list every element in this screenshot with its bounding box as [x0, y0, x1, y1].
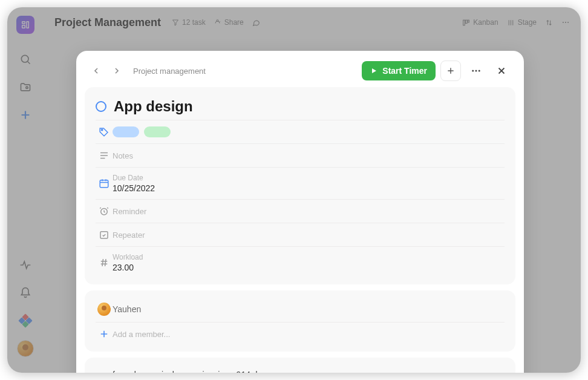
- plus-icon: [446, 66, 456, 76]
- notes-label: Notes: [113, 151, 505, 160]
- task-details-card: App design Notes: [85, 87, 515, 284]
- nav-back-icon[interactable]: [88, 63, 104, 79]
- svg-line-40: [105, 259, 106, 266]
- repeat-icon: [96, 229, 113, 240]
- nav-forward-icon[interactable]: [109, 63, 125, 79]
- calendar-icon: [96, 178, 113, 189]
- breadcrumb[interactable]: Project management: [133, 67, 206, 76]
- hash-icon: [96, 257, 113, 268]
- due-date-value: 10/25/2022: [113, 183, 505, 193]
- task-title[interactable]: App design: [114, 98, 193, 115]
- alarm-icon: [96, 206, 113, 217]
- svg-point-23: [475, 70, 477, 72]
- members-card: Yauhen Add a member...: [85, 290, 515, 352]
- repeater-row[interactable]: Repeater: [96, 223, 505, 246]
- task-modal: Project management Start Timer App desig…: [76, 51, 524, 373]
- close-button[interactable]: [491, 61, 512, 81]
- svg-point-27: [102, 129, 103, 131]
- status-ring-icon[interactable]: [96, 101, 106, 112]
- svg-line-39: [102, 259, 103, 266]
- due-date-row[interactable]: Due Date 10/25/2022: [96, 167, 505, 199]
- repeater-label: Repeater: [113, 231, 505, 240]
- workload-label: Workload: [113, 253, 505, 261]
- svg-rect-31: [100, 180, 108, 188]
- svg-rect-36: [100, 232, 108, 238]
- notes-icon: [96, 150, 113, 161]
- tag-pill[interactable]: [113, 126, 139, 137]
- add-button[interactable]: [440, 61, 461, 81]
- reminder-row[interactable]: Reminder: [96, 199, 505, 223]
- notes-row[interactable]: Notes: [96, 143, 505, 167]
- member-row[interactable]: Yauhen: [96, 296, 505, 322]
- start-timer-button[interactable]: Start Timer: [362, 61, 436, 80]
- tags-row[interactable]: [96, 120, 505, 143]
- play-icon: [370, 67, 377, 74]
- workload-row[interactable]: Workload 23.00: [96, 246, 505, 278]
- tag-pill[interactable]: [144, 126, 171, 137]
- member-name: Yauhen: [113, 304, 505, 314]
- close-icon: [496, 65, 507, 76]
- workload-value: 23.00: [113, 263, 505, 272]
- add-member-placeholder: Add a member...: [113, 330, 505, 339]
- file-row[interactable]: W formularz-wniosku-o-wpisanie-z_914.doc…: [96, 364, 505, 373]
- more-button[interactable]: [466, 61, 486, 81]
- add-member-row[interactable]: Add a member...: [96, 322, 505, 346]
- svg-marker-19: [372, 68, 376, 73]
- files-card: W formularz-wniosku-o-wpisanie-z_914.doc…: [85, 358, 515, 373]
- svg-point-22: [472, 70, 474, 72]
- file-name: formularz-wniosku-o-wpisanie-z_914.docx: [113, 370, 505, 373]
- tag-icon: [96, 126, 113, 137]
- member-avatar: [96, 303, 113, 316]
- dots-icon: [471, 65, 482, 76]
- due-date-label: Due Date: [113, 174, 505, 182]
- start-timer-label: Start Timer: [382, 66, 427, 76]
- plus-icon: [96, 329, 113, 339]
- reminder-label: Reminder: [113, 207, 505, 216]
- svg-point-24: [479, 70, 480, 72]
